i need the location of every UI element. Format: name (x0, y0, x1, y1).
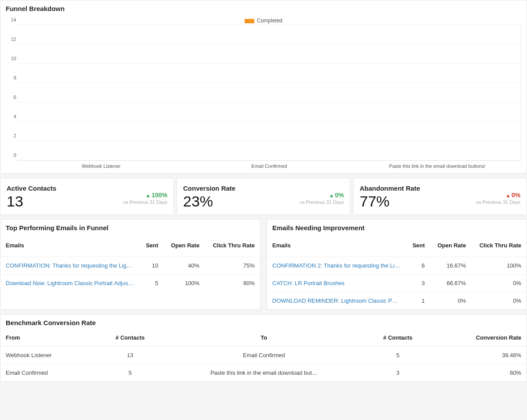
cell-open-rate: 100% (163, 275, 205, 292)
top-emails-table: Emails Sent Open Rate Click Thru Rate CO… (0, 234, 260, 292)
col-to: To (164, 329, 364, 347)
grid-line (17, 121, 521, 122)
stat-card: Conversion Rate23%▲0%.vs Previous 31 Day… (177, 178, 350, 215)
cell-to: Email Confirmed (164, 347, 364, 364)
cell-open-rate: 0% (430, 292, 471, 310)
cell-to: Paste this link in the email download bu… (164, 364, 364, 382)
col-open-rate: Open Rate (430, 234, 471, 257)
grid-line (17, 83, 521, 83)
stat-card: Abandonment Rate77%▲0%.vs Previous 31 Da… (353, 178, 527, 215)
trend-arrow-icon: ▲ (329, 192, 334, 199)
col-conv-rate: Conversion Rate (432, 329, 527, 347)
email-tables-row: Top Performing Emails in Funnel Emails S… (0, 219, 527, 310)
table-row: DOWNLOAD REMINDER: Lightroom Classic Por… (267, 292, 527, 310)
bars-area (17, 25, 521, 160)
y-tick: 12 (11, 36, 16, 42)
email-name-link[interactable]: CONFIRMATION 2: Thanks for requesting th… (267, 257, 406, 275)
cell-sent: 3 (406, 275, 430, 292)
col-sent: Sent (406, 234, 430, 257)
table-row: Email Confirmed5Paste this link in the e… (0, 364, 527, 382)
top-emails-panel: Top Performing Emails in Funnel Emails S… (0, 219, 260, 310)
stat-label: Abandonment Rate (360, 185, 520, 192)
y-tick: 0 (14, 152, 16, 158)
x-axis-labels: Webhook ListenerEmail ConfirmedPaste thi… (17, 161, 521, 169)
y-axis: 02468101214 (7, 25, 16, 160)
trend-arrow-icon: ▲ (505, 192, 511, 199)
cell-ctr: 100% (471, 257, 527, 275)
funnel-breakdown-title: Funnel Breakdown (0, 0, 527, 15)
grid-line (17, 160, 521, 160)
email-name-link[interactable]: DOWNLOAD REMINDER: Lightroom Classic Por… (267, 292, 406, 310)
col-to-contacts: # Contacts (364, 329, 432, 347)
stat-delta: ▲0%.vs Previous 31 Days (299, 192, 344, 205)
y-tick: 8 (14, 75, 16, 80)
cell-ctr: 0% (471, 275, 527, 292)
cell-open-rate: 66.67% (430, 275, 471, 292)
delta-value: ▲0% (299, 192, 344, 199)
grid-line (17, 25, 521, 25)
improve-emails-title: Emails Needing Improvement (267, 220, 527, 234)
col-from: From (0, 329, 96, 347)
delta-value: ▲100% (122, 192, 167, 199)
col-open-rate: Open Rate (163, 234, 205, 257)
stat-card: Active Contacts13▲100%.vs Previous 31 Da… (0, 178, 174, 215)
col-emails: Emails (0, 234, 139, 257)
cell-open-rate: 40% (163, 257, 205, 275)
cell-to-contacts: 5 (364, 347, 432, 364)
delta-value: ▲0% (475, 192, 520, 199)
legend-swatch-completed (245, 19, 254, 23)
legend-label: Completed (257, 18, 282, 24)
x-label: Email Confirmed (185, 163, 354, 169)
top-emails-title: Top Performing Emails in Funnel (0, 220, 260, 234)
trend-arrow-icon: ▲ (145, 192, 151, 199)
stat-delta: ▲0%.vs Previous 31 Days (475, 192, 520, 205)
cell-sent: 1 (406, 292, 430, 310)
grid-line (17, 63, 521, 64)
delta-sub: .vs Previous 31 Days (122, 199, 167, 205)
cell-to-contacts: 3 (364, 364, 432, 382)
cell-ctr: 75% (205, 257, 260, 275)
funnel-breakdown-panel: Funnel Breakdown Completed 02468101214 W… (0, 0, 527, 174)
table-row: Download Now: Lightroom Classic Portrait… (0, 275, 260, 292)
col-ctr: Click Thru Rate (471, 234, 527, 257)
cell-ctr: 80% (205, 275, 260, 292)
stat-label: Active Contacts (7, 185, 167, 192)
cell-sent: 10 (139, 257, 163, 275)
email-name-link[interactable]: CONFIRMATION: Thanks for requesting the … (0, 257, 139, 275)
improve-emails-table: Emails Sent Open Rate Click Thru Rate CO… (267, 234, 527, 309)
cell-sent: 5 (139, 275, 163, 292)
cell-from: Webhook Listener (0, 347, 96, 364)
y-tick: 14 (11, 17, 16, 22)
y-tick: 6 (14, 94, 16, 100)
table-row: Webhook Listener13Email Confirmed538.46% (0, 347, 527, 364)
cell-open-rate: 16.67% (430, 257, 471, 275)
stats-row: Active Contacts13▲100%.vs Previous 31 Da… (0, 178, 527, 215)
y-tick: 2 (14, 133, 16, 138)
cell-sent: 6 (406, 257, 430, 275)
email-name-link[interactable]: Download Now: Lightroom Classic Portrait… (0, 275, 139, 292)
benchmark-panel: Benchmark Conversion Rate From # Contact… (0, 314, 527, 382)
chart-plot-area: 02468101214 (17, 25, 521, 161)
cell-from-contacts: 13 (96, 347, 164, 364)
grid-line (17, 102, 521, 102)
delta-sub: .vs Previous 31 Days (299, 199, 344, 205)
y-tick: 4 (14, 114, 16, 119)
cell-conv-rate: 38.46% (432, 347, 527, 364)
col-from-contacts: # Contacts (96, 329, 164, 347)
y-tick: 10 (11, 56, 16, 61)
col-sent: Sent (139, 234, 163, 257)
funnel-chart: Completed 02468101214 Webhook ListenerEm… (0, 15, 527, 173)
x-label: Paste this link in the email download bu… (353, 163, 521, 169)
chart-legend: Completed (6, 15, 521, 25)
benchmark-table: From # Contacts To # Contacts Conversion… (0, 329, 527, 381)
cell-from: Email Confirmed (0, 364, 96, 382)
x-label: Webhook Listener (17, 163, 185, 169)
grid-line (17, 44, 521, 44)
cell-from-contacts: 5 (96, 364, 164, 382)
table-row: CONFIRMATION 2: Thanks for requesting th… (267, 257, 527, 275)
email-name-link[interactable]: CATCH: LR Portrait Brushes (267, 275, 406, 292)
cell-ctr: 0% (471, 292, 527, 310)
table-row: CATCH: LR Portrait Brushes366.67%0% (267, 275, 527, 292)
grid-line (17, 141, 521, 141)
benchmark-title: Benchmark Conversion Rate (0, 315, 527, 329)
